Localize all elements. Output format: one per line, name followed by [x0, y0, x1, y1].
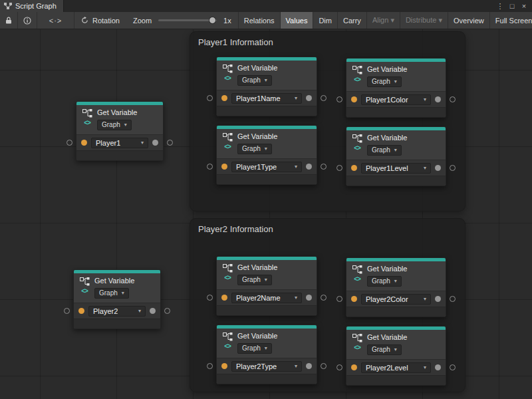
output-port-ring[interactable]: [450, 296, 456, 302]
window-close-button[interactable]: ×: [518, 0, 530, 12]
variable-dropdown-label: Player1Name: [236, 94, 281, 102]
graph-canvas[interactable]: Player1 Information Player2 Information …: [0, 29, 532, 399]
input-port[interactable]: [351, 165, 357, 171]
input-port[interactable]: [351, 364, 357, 370]
input-port-ring[interactable]: [336, 165, 342, 171]
variable-dropdown[interactable]: Player2Name ▾: [231, 293, 302, 303]
output-port-ring[interactable]: [450, 364, 456, 370]
input-port-ring[interactable]: [207, 363, 213, 369]
input-port-ring[interactable]: [207, 164, 213, 170]
node-get-variable-player2name[interactable]: <> Get Variable Graph ▾ Player2Name ▾: [216, 256, 317, 316]
scope-dropdown[interactable]: Graph ▾: [97, 120, 132, 130]
output-port-ring[interactable]: [167, 140, 173, 146]
input-port[interactable]: [221, 295, 227, 301]
toolbar-button-align[interactable]: Align ▾: [366, 12, 400, 29]
lock-button[interactable]: [0, 12, 18, 29]
output-port-ring[interactable]: [321, 95, 327, 101]
variable-dropdown[interactable]: Player2 ▾: [88, 306, 146, 317]
node-title: Get Variable: [237, 263, 277, 272]
node-get-variable-player1name[interactable]: <> Get Variable Graph ▾ Player1Name ▾: [216, 57, 317, 116]
scope-dropdown[interactable]: Graph ▾: [367, 276, 402, 287]
variable-dropdown[interactable]: Player2Type ▾: [231, 361, 302, 372]
output-port[interactable]: [435, 96, 441, 102]
toolbar-button-distribute[interactable]: Distribute ▾: [400, 12, 448, 29]
scope-dropdown[interactable]: Graph ▾: [367, 76, 402, 87]
output-port[interactable]: [435, 165, 441, 171]
node-get-variable-player1[interactable]: <> Get Variable Graph ▾ Player1 ▾: [76, 101, 164, 161]
output-port[interactable]: [435, 364, 441, 370]
output-port[interactable]: [152, 140, 158, 146]
node-header: <> Get Variable Graph ▾: [217, 61, 317, 90]
node-footer: [76, 150, 163, 160]
node-get-variable-player2level[interactable]: <> Get Variable Graph ▾ Player2Level ▾: [346, 326, 446, 386]
scope-dropdown[interactable]: Graph ▾: [237, 75, 272, 86]
node-footer: [217, 374, 317, 384]
window-menu-button[interactable]: ⋮: [494, 0, 506, 12]
scope-dropdown[interactable]: Graph ▾: [237, 144, 272, 154]
toolbar-button-overview[interactable]: Overview: [448, 12, 489, 29]
toolbar-button-values[interactable]: Values: [280, 12, 313, 29]
output-port[interactable]: [306, 295, 312, 301]
variable-dropdown[interactable]: Player2Level ▾: [361, 362, 431, 373]
input-port[interactable]: [221, 363, 227, 369]
node-get-variable-player2color[interactable]: <> Get Variable Graph ▾ Player2Color ▾: [346, 257, 446, 317]
output-port-ring[interactable]: [450, 96, 456, 102]
variable-dropdown[interactable]: Player2Color ▾: [361, 294, 431, 305]
info-button[interactable]: [18, 12, 37, 29]
output-port-ring[interactable]: [164, 308, 170, 314]
node-get-variable-player1type[interactable]: <> Get Variable Graph ▾ Player1Type ▾: [216, 125, 317, 185]
input-port-ring[interactable]: [207, 95, 213, 101]
scope-dropdown-label: Graph: [372, 277, 390, 285]
output-port-ring[interactable]: [321, 363, 327, 369]
output-port-ring[interactable]: [321, 164, 327, 170]
input-port-ring[interactable]: [336, 364, 342, 370]
output-port[interactable]: [306, 363, 312, 369]
variable-dropdown[interactable]: Player1 ▾: [91, 138, 148, 148]
input-port-ring[interactable]: [336, 96, 342, 102]
zoom-slider[interactable]: [158, 19, 217, 21]
toolbar-button-full-screen[interactable]: Full Screen: [489, 12, 532, 29]
chevron-down-icon: ▾: [122, 289, 124, 297]
input-port-ring[interactable]: [336, 296, 342, 302]
input-port[interactable]: [221, 164, 227, 170]
node-get-variable-player2[interactable]: <> Get Variable Graph ▾ Player2 ▾: [73, 269, 161, 329]
chevron-down-icon: ▾: [265, 145, 267, 153]
chevron-down-icon: ▾: [141, 140, 144, 146]
variable-dropdown[interactable]: Player1Type ▾: [231, 162, 302, 172]
tab-script-graph[interactable]: Script Graph: [0, 0, 64, 12]
output-port[interactable]: [306, 95, 312, 101]
toolbar-button-relations[interactable]: Relations: [238, 12, 280, 29]
variable-dropdown[interactable]: Player1Level ▾: [361, 163, 431, 174]
code-toggle-button[interactable]: <·>: [37, 12, 74, 29]
output-port-ring[interactable]: [450, 165, 456, 171]
input-port[interactable]: [351, 296, 357, 302]
input-port-ring[interactable]: [207, 295, 213, 301]
node-get-variable-player1color[interactable]: <> Get Variable Graph ▾ Player1Color ▾: [346, 58, 446, 118]
angle-brackets-icon: <>: [354, 344, 360, 351]
input-port-ring[interactable]: [64, 308, 70, 314]
scope-dropdown[interactable]: Graph ▾: [237, 275, 272, 285]
input-port[interactable]: [81, 140, 87, 146]
output-port[interactable]: [150, 308, 156, 314]
variable-dropdown-label: Player2Color: [366, 295, 408, 303]
zoom-slider-knob[interactable]: [209, 17, 216, 24]
variable-dropdown[interactable]: Player1Color ▾: [361, 94, 431, 105]
scope-dropdown[interactable]: Graph ▾: [237, 343, 272, 354]
output-port[interactable]: [435, 296, 441, 302]
node-get-variable-player2type[interactable]: <> Get Variable Graph ▾ Player2Type ▾: [216, 325, 317, 384]
input-port[interactable]: [351, 96, 357, 102]
scope-dropdown[interactable]: Graph ▾: [367, 344, 402, 355]
output-port-ring[interactable]: [321, 295, 327, 301]
variable-dropdown[interactable]: Player1Name ▾: [231, 93, 302, 104]
scope-dropdown[interactable]: Graph ▾: [94, 288, 129, 299]
toolbar-button-carry[interactable]: Carry: [337, 12, 366, 29]
input-port[interactable]: [221, 95, 227, 101]
output-port[interactable]: [306, 164, 312, 170]
node-get-variable-player1level[interactable]: <> Get Variable Graph ▾ Player1Level ▾: [346, 126, 446, 186]
input-port[interactable]: [78, 308, 84, 314]
scope-dropdown[interactable]: Graph ▾: [367, 145, 402, 156]
variable-dropdown-label: Player2Level: [366, 364, 408, 372]
toolbar-button-dim[interactable]: Dim: [313, 12, 337, 29]
input-port-ring[interactable]: [66, 140, 72, 146]
window-maximize-button[interactable]: □: [506, 0, 518, 12]
